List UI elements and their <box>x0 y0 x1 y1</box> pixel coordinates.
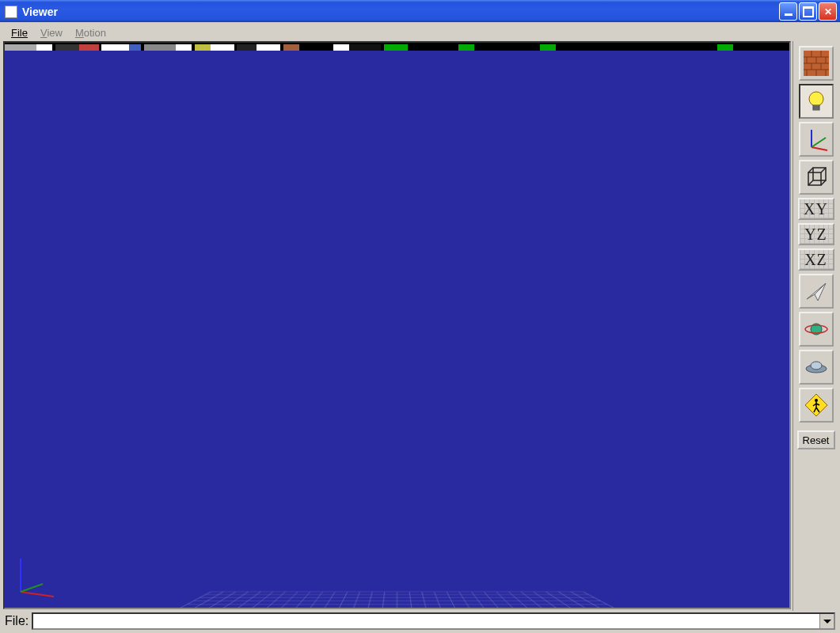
svg-point-37 <box>815 399 818 402</box>
svg-line-23 <box>811 138 826 147</box>
menu-motion[interactable]: Motion <box>69 26 112 40</box>
svg-line-28 <box>808 180 813 185</box>
grid-label-icon: XY <box>804 200 828 218</box>
reset-button[interactable]: Reset <box>797 430 835 449</box>
grid-label-icon: XZ <box>804 251 827 269</box>
svg-line-27 <box>821 168 826 172</box>
axes-button[interactable] <box>799 122 834 157</box>
window-title: Viewer <box>22 6 58 18</box>
texture-button[interactable] <box>799 46 834 81</box>
svg-point-35 <box>811 362 822 370</box>
dropdown-arrow-icon[interactable] <box>819 614 834 628</box>
lightbulb-icon <box>804 89 829 114</box>
menu-bar: File View Motion <box>2 24 838 41</box>
svg-line-22 <box>811 147 827 150</box>
view-xz-button[interactable]: XZ <box>798 248 834 271</box>
viewport-artifact-strip <box>5 43 789 51</box>
fly-mode-button[interactable] <box>799 274 834 309</box>
close-button[interactable] <box>819 2 837 21</box>
orbit-mode-button[interactable] <box>799 312 834 347</box>
paper-plane-icon <box>804 279 829 304</box>
axes-icon <box>804 127 829 152</box>
menu-file[interactable]: File <box>5 26 34 40</box>
orbit-icon <box>804 316 829 342</box>
right-toolbar: XY YZ XZ <box>792 41 838 611</box>
grid-label-icon: YZ <box>804 226 827 244</box>
axis-gizmo <box>13 552 60 600</box>
pedestrian-icon <box>804 392 829 418</box>
app-icon <box>5 6 17 18</box>
ufo-icon <box>804 354 829 380</box>
file-label: File: <box>5 614 29 628</box>
maximize-button[interactable] <box>799 2 817 21</box>
viewport-3d[interactable] <box>3 41 791 609</box>
file-row: File: <box>2 611 838 631</box>
file-combobox[interactable] <box>32 612 835 630</box>
wireframe-button[interactable] <box>799 160 834 195</box>
svg-rect-18 <box>813 105 819 110</box>
view-yz-button[interactable]: YZ <box>798 223 834 245</box>
walk-mode-button[interactable] <box>799 388 834 423</box>
ufo-mode-button[interactable] <box>799 350 834 385</box>
svg-line-26 <box>808 168 813 172</box>
minimize-button[interactable] <box>779 2 797 21</box>
window-titlebar: Viewer <box>0 0 840 22</box>
brick-wall-icon <box>804 51 829 76</box>
svg-line-29 <box>821 180 826 185</box>
svg-line-1 <box>21 592 54 597</box>
menu-view[interactable]: View <box>34 26 69 40</box>
view-xy-button[interactable]: XY <box>798 198 834 220</box>
cube-wire-icon <box>804 165 829 190</box>
svg-line-2 <box>21 584 43 592</box>
lighting-button[interactable] <box>799 84 834 119</box>
svg-point-17 <box>809 92 823 106</box>
